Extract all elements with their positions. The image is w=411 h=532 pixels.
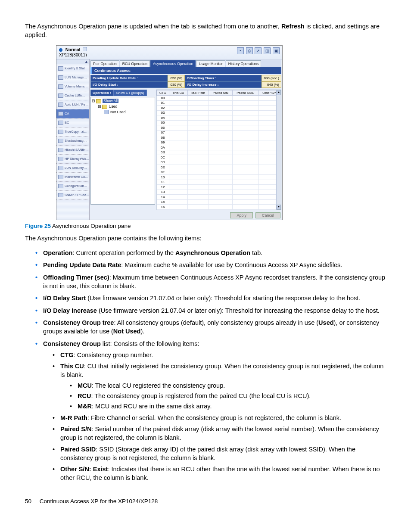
table-row[interactable]: 02 (157, 106, 281, 111)
lead-paragraph: The Asynchronous Operation pane contains… (25, 234, 386, 243)
figure-label: Figure 25 (25, 223, 51, 229)
list-item: Other S/N: Exist: Indicates that there i… (52, 465, 386, 482)
scroll-up-icon[interactable]: ▴ (277, 90, 281, 95)
sidebar-item[interactable]: ShadowImag… (56, 137, 89, 146)
stat-value-delay-increase: 040 (%) (262, 81, 281, 88)
column-header[interactable]: M-R Path (188, 90, 209, 96)
list-item: Paired S/N: Serial number of the paired … (52, 425, 386, 442)
sidebar-item[interactable]: LUN Manage… (56, 73, 89, 82)
intro-pre: The Asynchronous Operation pane is updat… (25, 23, 281, 30)
table-row[interactable]: 15 (157, 199, 281, 205)
stat-value-pending: 050 (%) (168, 75, 185, 81)
toolbar-icon[interactable]: ⎙ (246, 47, 253, 54)
table-row[interactable]: 0A (157, 145, 281, 150)
folder-icon (102, 105, 107, 109)
table-row[interactable]: 09 (157, 140, 281, 145)
table-row[interactable]: 13 (157, 190, 281, 195)
column-header[interactable]: This CU (169, 90, 187, 96)
figure-25: Normal XP128(30011) • ⎙ ↗ ◫ ▣ ▲ Identify… (56, 45, 386, 220)
table-row[interactable]: 0B (157, 150, 281, 155)
tree-node-not-used[interactable]: Not Used (92, 109, 154, 115)
table-row[interactable]: 08 (157, 135, 281, 140)
table-row[interactable]: 10 (157, 175, 281, 180)
list-item: Operation: Current operation performed b… (34, 249, 386, 257)
ct-group-grid[interactable]: CTGThis CUM-R PathPaired S/NPaired SSIDO… (156, 90, 281, 210)
list-item: Consistency Group tree: All consistency … (34, 318, 386, 336)
sidebar-item[interactable]: TrueCopy - z/… (56, 128, 89, 137)
tab[interactable]: RCU Operation (120, 60, 150, 67)
tab[interactable]: Asynchronous Operation (150, 60, 196, 67)
table-row[interactable]: 04 (157, 115, 281, 121)
show-ct-groups-button[interactable]: Show CT group(s) (113, 90, 147, 96)
sidebar-item[interactable]: Hitachi SANtin… (56, 146, 89, 155)
window-titlebar: Normal XP128(30011) • ⎙ ↗ ◫ ▣ (56, 46, 282, 59)
sidebar-item[interactable]: Mainframe Co… (56, 173, 89, 182)
tree-node-used[interactable]: ⊟ Used (92, 104, 154, 109)
sidebar-icon (58, 157, 63, 161)
table-row[interactable]: 0C (157, 155, 281, 160)
stats-grid: Pending Update Data Rate : 050 (%) Offlo… (90, 75, 281, 88)
table-row[interactable]: 00 (157, 96, 281, 101)
list-item: MCU: The local CU registered the consist… (69, 381, 386, 390)
tree-node-root[interactable]: ⊟ Show All (92, 98, 154, 104)
tab[interactable]: Pair Operation (90, 60, 119, 67)
sidebar-icon (58, 139, 63, 143)
sidebar-item[interactable]: LUN Security… (56, 164, 89, 173)
sidebar-icon (58, 66, 63, 71)
sidebar-item[interactable]: Cache LUN/… (56, 91, 89, 100)
table-row[interactable]: 11 (157, 180, 281, 185)
table-row[interactable]: 0D (157, 160, 281, 165)
sidebar-icon (58, 184, 63, 188)
toolbar-icon[interactable]: ▣ (273, 47, 280, 54)
table-row[interactable]: 01 (157, 100, 281, 106)
consistency-group-tree[interactable]: ⊟ Show All ⊟ Used Not Used (90, 97, 155, 205)
table-row[interactable]: 07 (157, 130, 281, 135)
stat-label-delay-increase: I/O Delay Increase : (185, 81, 262, 88)
table-row[interactable]: 06 (157, 125, 281, 131)
sidebar-item[interactable]: BC (56, 118, 89, 128)
column-header[interactable]: Paired SSID (232, 90, 258, 96)
cancel-button[interactable]: Cancel (255, 212, 280, 218)
scroll-down-icon[interactable]: ▾ (277, 205, 281, 210)
status-dot-icon (59, 48, 62, 52)
grid-scrollbar[interactable]: ▴ ▾ (276, 90, 281, 210)
sidebar-icon (58, 121, 63, 125)
sidebar-item[interactable]: Configuration… (56, 182, 89, 191)
sidebar-item[interactable]: CA (56, 109, 89, 118)
collapse-icon[interactable] (83, 47, 87, 51)
sidebar-scroll-up-icon[interactable]: ▲ (56, 59, 89, 64)
tab[interactable]: History Operations (226, 60, 261, 67)
figure-caption: Figure 25 Asynchronous Operation pane (25, 223, 386, 229)
toolbar-icon[interactable]: • (237, 47, 244, 54)
tab[interactable]: Usage Monitor (196, 60, 225, 67)
list-item: RCU: The consistency group is registered… (69, 392, 386, 400)
table-row[interactable]: 03 (157, 110, 281, 115)
table-row[interactable]: 0E (157, 165, 281, 170)
table-row[interactable]: 0F (157, 170, 281, 175)
table-row[interactable]: 12 (157, 185, 281, 190)
item-list: Operation: Current operation performed b… (34, 249, 386, 482)
toolbar-icon[interactable]: ◫ (264, 47, 271, 54)
page-number: 50 (25, 498, 31, 504)
list-item: Pending Update Data Rate: Maximum cache … (34, 261, 386, 269)
toolbar-icons: • ⎙ ↗ ◫ ▣ (236, 47, 280, 54)
sidebar-item[interactable]: SNMP / IP Sec… (56, 191, 89, 200)
operation-bar: Operation : Show CT group(s) (90, 90, 155, 96)
table-row[interactable]: 14 (157, 195, 281, 200)
column-header[interactable]: CTG (157, 90, 169, 96)
stat-label-delay-start: I/O Delay Start : (90, 81, 168, 88)
footer-title: Continuous Access XP for the XP1024/XP12… (40, 498, 158, 504)
toolbar-icon[interactable]: ↗ (255, 47, 262, 54)
table-row[interactable]: 16 (157, 205, 281, 210)
apply-button[interactable]: Apply (230, 212, 253, 218)
sidebar-item[interactable]: Volume Mana… (56, 82, 89, 91)
page-footer: 50 Continuous Access XP for the XP1024/X… (25, 498, 386, 504)
sidebar-icon (58, 84, 63, 89)
sidebar-item[interactable]: HP StorageWo… (56, 155, 89, 164)
table-row[interactable]: 05 (157, 120, 281, 125)
sidebar-item[interactable]: Auto LUN / Pe… (56, 100, 89, 109)
intro-paragraph: The Asynchronous Operation pane is updat… (25, 22, 386, 39)
column-header[interactable]: Paired S/N (209, 90, 233, 96)
sidebar-item[interactable]: Identify & Stat (56, 64, 89, 73)
list-item: I/O Delay Start (Use firmware version 21… (34, 294, 386, 302)
